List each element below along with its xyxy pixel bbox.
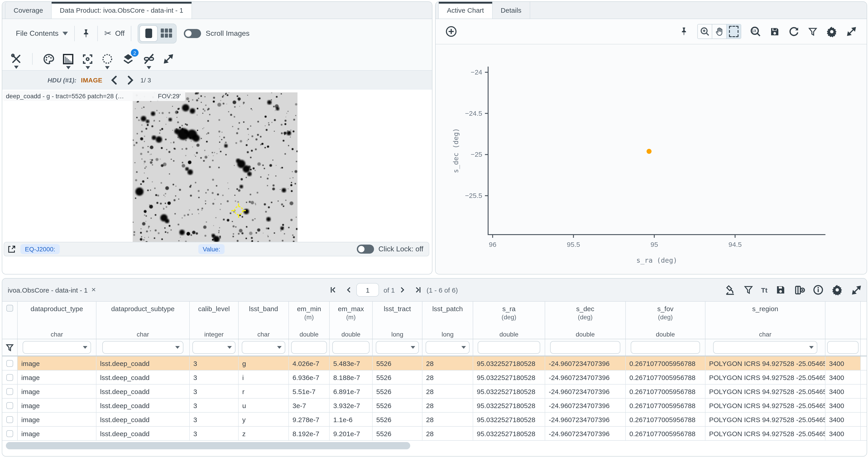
row-checkbox[interactable]	[6, 416, 13, 423]
column-type: double	[300, 331, 318, 338]
pin-chart-button[interactable]	[679, 26, 689, 37]
column-header-dataproduct_type[interactable]: dataproduct_typechar	[18, 302, 96, 339]
filter-chart-button[interactable]	[808, 27, 818, 36]
scroll-images-toggle[interactable]	[184, 29, 201, 38]
column-header-em_max[interactable]: em_max(m)double	[330, 302, 373, 339]
wcs-unlock-button[interactable]	[143, 53, 155, 65]
row-checkbox[interactable]	[6, 430, 13, 437]
prev-page-button[interactable]	[345, 286, 352, 294]
next-page-button[interactable]	[399, 286, 406, 294]
table-row[interactable]: imagelsst.deep_coadd3y9.278e-71.1e-65526…	[2, 413, 867, 427]
column-filter-dataproduct_type[interactable]	[23, 341, 91, 354]
table-header-row: dataproduct_typechardataproduct_subtypec…	[2, 302, 867, 339]
column-header-lsst_patch[interactable]: lsst_patchlong	[423, 302, 473, 339]
expand-table-button[interactable]	[851, 284, 862, 296]
column-header-dataproduct_subtype[interactable]: dataproduct_subtypechar	[96, 302, 190, 339]
tab-details[interactable]: Details	[492, 2, 530, 19]
stretch-histogram-button[interactable]	[62, 53, 74, 65]
tab-data-product[interactable]: Data Product: ivoa.ObsCore - data-int - …	[52, 2, 192, 19]
column-filter-s_ra[interactable]	[478, 341, 540, 354]
column-filter-s_region[interactable]	[713, 341, 817, 354]
save-chart-button[interactable]	[769, 26, 780, 37]
column-header-lsst_band[interactable]: lsst_bandchar	[239, 302, 289, 339]
last-page-button[interactable]	[414, 286, 422, 294]
row-checkbox[interactable]	[6, 402, 13, 409]
next-hdu-button[interactable]	[127, 75, 134, 85]
zoom-original-button[interactable]: 1X	[750, 26, 761, 37]
single-image-view-button[interactable]	[140, 25, 158, 41]
column-header-s_region[interactable]: s_regionchar	[706, 302, 826, 339]
pixel-value-label[interactable]: Value:	[198, 244, 225, 254]
table-row[interactable]: imagelsst.deep_coadd3i6.936e-78.188e-755…	[2, 370, 867, 385]
select-mode-button[interactable]	[727, 25, 741, 38]
fits-image[interactable]	[133, 92, 298, 255]
column-header-s_dec[interactable]: s_dec(deg)double	[545, 302, 626, 339]
filter-cell	[239, 339, 289, 356]
table-row[interactable]: imagelsst.deep_coadd3z8.192e-79.201e-755…	[2, 427, 867, 441]
column-header[interactable]	[2, 302, 18, 339]
coord-system-label[interactable]: EQ-J2000:	[20, 244, 60, 254]
layers-button[interactable]: 2	[122, 53, 134, 65]
column-filter-dataproduct_subtype[interactable]	[102, 341, 183, 354]
mouse-readout-bar: EQ-J2000: Value: Click Lock: off	[4, 242, 429, 256]
column-filter-lsst_band[interactable]	[242, 341, 285, 354]
table-row[interactable]: imagelsst.deep_coadd3u3e-73.932e-7552628…	[2, 399, 867, 413]
click-lock-toggle[interactable]	[356, 245, 374, 254]
expand-image-button[interactable]	[162, 53, 174, 65]
column-header[interactable]	[826, 302, 861, 339]
tab-active-chart[interactable]: Active Chart	[438, 2, 492, 19]
column-filter-lsst_patch[interactable]	[426, 341, 470, 354]
add-chart-button[interactable]	[445, 25, 457, 38]
column-filter-clipped[interactable]	[828, 341, 858, 354]
row-checkbox[interactable]	[6, 388, 13, 395]
row-checkbox[interactable]	[6, 360, 13, 367]
column-header-em_min[interactable]: em_min(m)double	[289, 302, 330, 339]
column-header-calib_level[interactable]: calib_levelinteger	[190, 302, 239, 339]
column-filter-em_min[interactable]	[291, 341, 327, 354]
chart-options-button[interactable]	[826, 26, 838, 37]
cutout-state-label: Off	[115, 29, 125, 37]
column-header-s_ra[interactable]: s_ra(deg)double	[473, 302, 545, 339]
chevron-down-icon	[83, 346, 87, 349]
prev-hdu-button[interactable]	[111, 75, 118, 85]
scatter-chart[interactable]: −24−24.5−25−25.59695.59594.5s_ra (deg)s_…	[436, 44, 867, 274]
select-rect-icon	[729, 26, 739, 37]
color-palette-button[interactable]	[42, 53, 55, 65]
tab-coverage[interactable]: Coverage	[5, 2, 52, 19]
pin-button[interactable]	[81, 28, 91, 39]
save-table-button[interactable]	[775, 284, 786, 295]
first-page-button[interactable]	[329, 286, 337, 294]
inspect-button[interactable]	[724, 284, 736, 296]
zoom-mode-button[interactable]	[698, 25, 712, 38]
select-all-checkbox[interactable]	[6, 305, 13, 312]
column-filter-calib_level[interactable]	[193, 341, 235, 354]
restore-chart-button[interactable]	[788, 26, 800, 37]
column-filter-lsst_tract[interactable]	[376, 341, 419, 354]
cutout-button[interactable]: ✂ Off	[104, 29, 125, 38]
column-filter-em_max[interactable]	[332, 341, 370, 354]
column-filter-s_fov[interactable]	[631, 341, 700, 354]
select-region-button[interactable]	[101, 53, 114, 65]
pan-mode-button[interactable]	[712, 25, 727, 38]
table-row[interactable]: imagelsst.deep_coadd3r5.51e-76.891e-7552…	[2, 385, 867, 399]
image-tools-button[interactable]	[10, 53, 22, 65]
column-header-s_fov[interactable]: s_fov(deg)double	[626, 302, 706, 339]
pin-icon	[81, 28, 91, 39]
column-header-lsst_tract[interactable]: lsst_tractlong	[373, 302, 423, 339]
table-row[interactable]: imagelsst.deep_coadd3g4.026e-75.483e-755…	[2, 357, 867, 370]
page-number-input[interactable]	[356, 283, 379, 297]
table-info-button[interactable]	[813, 284, 824, 295]
close-table-icon[interactable]: ×	[91, 285, 96, 295]
grid-view-button[interactable]	[158, 25, 175, 40]
table-options-button[interactable]	[831, 284, 843, 296]
filter-table-button[interactable]	[743, 285, 753, 295]
add-column-button[interactable]	[794, 284, 805, 296]
expand-chart-button[interactable]	[846, 26, 857, 37]
popout-readout-button[interactable]	[7, 245, 16, 253]
text-view-button[interactable]: Tt	[761, 286, 768, 294]
horizontal-scrollbar[interactable]	[6, 442, 410, 449]
file-contents-dropdown[interactable]: File Contents	[16, 29, 68, 37]
column-filter-s_dec[interactable]	[550, 341, 620, 354]
recenter-button[interactable]	[82, 53, 94, 65]
row-checkbox[interactable]	[6, 374, 13, 381]
